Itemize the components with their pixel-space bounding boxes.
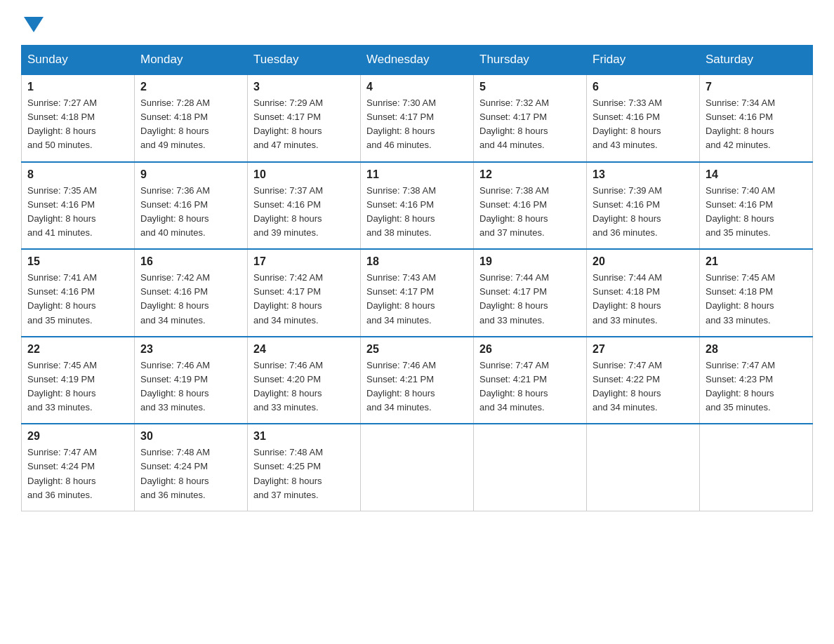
day-info: Sunrise: 7:37 AMSunset: 4:16 PMDaylight:… [253,185,323,238]
day-number: 18 [366,255,468,268]
calendar-table: SundayMondayTuesdayWednesdayThursdayFrid… [21,45,813,511]
day-number: 19 [479,255,581,268]
calendar-cell: 29 Sunrise: 7:47 AMSunset: 4:24 PMDaylig… [22,424,135,511]
day-number: 6 [593,81,694,93]
calendar-cell: 28 Sunrise: 7:47 AMSunset: 4:23 PMDaylig… [700,337,813,424]
calendar-cell: 5 Sunrise: 7:32 AMSunset: 4:17 PMDayligh… [474,74,587,162]
day-info: Sunrise: 7:47 AMSunset: 4:23 PMDaylight:… [706,360,775,412]
day-info: Sunrise: 7:27 AMSunset: 4:18 PMDaylight:… [27,98,97,150]
day-info: Sunrise: 7:42 AMSunset: 4:17 PMDaylight:… [253,272,323,325]
calendar-cell: 21 Sunrise: 7:45 AMSunset: 4:18 PMDaylig… [700,249,813,337]
day-header-saturday: Saturday [700,46,813,75]
day-number: 3 [253,81,355,93]
day-info: Sunrise: 7:36 AMSunset: 4:16 PMDaylight:… [140,185,210,238]
day-number: 22 [27,343,128,356]
day-number: 7 [706,81,807,93]
day-info: Sunrise: 7:42 AMSunset: 4:16 PMDaylight:… [140,272,210,325]
calendar-cell: 24 Sunrise: 7:46 AMSunset: 4:20 PMDaylig… [248,337,361,424]
day-info: Sunrise: 7:39 AMSunset: 4:16 PMDaylight:… [593,185,662,238]
day-info: Sunrise: 7:35 AMSunset: 4:16 PMDaylight:… [27,185,97,238]
day-number: 9 [140,168,241,181]
calendar-cell: 8 Sunrise: 7:35 AMSunset: 4:16 PMDayligh… [22,162,135,250]
calendar-cell: 3 Sunrise: 7:29 AMSunset: 4:17 PMDayligh… [248,74,361,162]
day-info: Sunrise: 7:32 AMSunset: 4:17 PMDaylight:… [479,98,549,150]
calendar-cell: 17 Sunrise: 7:42 AMSunset: 4:17 PMDaylig… [248,249,361,337]
day-info: Sunrise: 7:47 AMSunset: 4:24 PMDaylight:… [27,447,97,499]
day-number: 27 [593,343,694,356]
calendar-week-row: 8 Sunrise: 7:35 AMSunset: 4:16 PMDayligh… [22,162,813,250]
logo-triangle-icon [24,17,44,32]
day-header-tuesday: Tuesday [248,46,361,75]
day-number: 20 [593,255,694,268]
day-number: 30 [140,430,241,443]
calendar-cell: 19 Sunrise: 7:44 AMSunset: 4:17 PMDaylig… [474,249,587,337]
day-header-friday: Friday [587,46,700,75]
calendar-cell [587,424,700,511]
day-number: 21 [706,255,807,268]
day-number: 10 [253,168,355,181]
calendar-cell: 18 Sunrise: 7:43 AMSunset: 4:17 PMDaylig… [361,249,474,337]
day-header-monday: Monday [135,46,248,75]
day-info: Sunrise: 7:44 AMSunset: 4:18 PMDaylight:… [593,272,662,325]
calendar-cell: 22 Sunrise: 7:45 AMSunset: 4:19 PMDaylig… [22,337,135,424]
calendar-cell: 10 Sunrise: 7:37 AMSunset: 4:16 PMDaylig… [248,162,361,250]
day-number: 25 [366,343,468,356]
day-header-thursday: Thursday [474,46,587,75]
calendar-cell: 26 Sunrise: 7:47 AMSunset: 4:21 PMDaylig… [474,337,587,424]
day-number: 31 [253,430,355,443]
calendar-cell: 7 Sunrise: 7:34 AMSunset: 4:16 PMDayligh… [700,74,813,162]
calendar-week-row: 29 Sunrise: 7:47 AMSunset: 4:24 PMDaylig… [22,424,813,511]
day-info: Sunrise: 7:46 AMSunset: 4:20 PMDaylight:… [253,360,323,412]
calendar-cell: 6 Sunrise: 7:33 AMSunset: 4:16 PMDayligh… [587,74,700,162]
day-number: 24 [253,343,355,356]
calendar-cell: 1 Sunrise: 7:27 AMSunset: 4:18 PMDayligh… [22,74,135,162]
calendar-cell: 15 Sunrise: 7:41 AMSunset: 4:16 PMDaylig… [22,249,135,337]
calendar-week-row: 15 Sunrise: 7:41 AMSunset: 4:16 PMDaylig… [22,249,813,337]
day-number: 15 [27,255,128,268]
day-number: 2 [140,81,241,93]
calendar-cell [474,424,587,511]
day-info: Sunrise: 7:46 AMSunset: 4:21 PMDaylight:… [366,360,436,412]
day-number: 14 [706,168,807,181]
day-number: 16 [140,255,241,268]
calendar-cell: 27 Sunrise: 7:47 AMSunset: 4:22 PMDaylig… [587,337,700,424]
day-info: Sunrise: 7:44 AMSunset: 4:17 PMDaylight:… [479,272,549,325]
calendar-cell: 13 Sunrise: 7:39 AMSunset: 4:16 PMDaylig… [587,162,700,250]
day-info: Sunrise: 7:45 AMSunset: 4:19 PMDaylight:… [27,360,97,412]
day-header-sunday: Sunday [22,46,135,75]
calendar-cell: 14 Sunrise: 7:40 AMSunset: 4:16 PMDaylig… [700,162,813,250]
day-number: 12 [479,168,581,181]
calendar-cell: 31 Sunrise: 7:48 AMSunset: 4:25 PMDaylig… [248,424,361,511]
day-number: 23 [140,343,241,356]
day-number: 8 [27,168,128,181]
day-number: 26 [479,343,581,356]
day-info: Sunrise: 7:33 AMSunset: 4:16 PMDaylight:… [593,98,662,150]
day-info: Sunrise: 7:46 AMSunset: 4:19 PMDaylight:… [140,360,210,412]
day-number: 1 [27,81,128,93]
calendar-header-row: SundayMondayTuesdayWednesdayThursdayFrid… [22,46,813,75]
calendar-cell [361,424,474,511]
day-info: Sunrise: 7:41 AMSunset: 4:16 PMDaylight:… [27,272,97,325]
calendar-week-row: 1 Sunrise: 7:27 AMSunset: 4:18 PMDayligh… [22,74,813,162]
day-number: 4 [366,81,468,93]
day-number: 13 [593,168,694,181]
day-info: Sunrise: 7:29 AMSunset: 4:17 PMDaylight:… [253,98,323,150]
calendar-cell: 4 Sunrise: 7:30 AMSunset: 4:17 PMDayligh… [361,74,474,162]
calendar-week-row: 22 Sunrise: 7:45 AMSunset: 4:19 PMDaylig… [22,337,813,424]
day-header-wednesday: Wednesday [361,46,474,75]
day-info: Sunrise: 7:43 AMSunset: 4:17 PMDaylight:… [366,272,436,325]
day-info: Sunrise: 7:34 AMSunset: 4:16 PMDaylight:… [706,98,775,150]
day-number: 5 [479,81,581,93]
day-info: Sunrise: 7:47 AMSunset: 4:22 PMDaylight:… [593,360,662,412]
day-number: 17 [253,255,355,268]
day-info: Sunrise: 7:40 AMSunset: 4:16 PMDaylight:… [706,185,775,238]
calendar-cell: 16 Sunrise: 7:42 AMSunset: 4:16 PMDaylig… [135,249,248,337]
calendar-cell: 20 Sunrise: 7:44 AMSunset: 4:18 PMDaylig… [587,249,700,337]
day-info: Sunrise: 7:28 AMSunset: 4:18 PMDaylight:… [140,98,210,150]
logo [21,14,44,31]
calendar-cell: 12 Sunrise: 7:38 AMSunset: 4:16 PMDaylig… [474,162,587,250]
day-info: Sunrise: 7:38 AMSunset: 4:16 PMDaylight:… [479,185,549,238]
day-info: Sunrise: 7:30 AMSunset: 4:17 PMDaylight:… [366,98,436,150]
calendar-cell: 9 Sunrise: 7:36 AMSunset: 4:16 PMDayligh… [135,162,248,250]
day-info: Sunrise: 7:45 AMSunset: 4:18 PMDaylight:… [706,272,775,325]
